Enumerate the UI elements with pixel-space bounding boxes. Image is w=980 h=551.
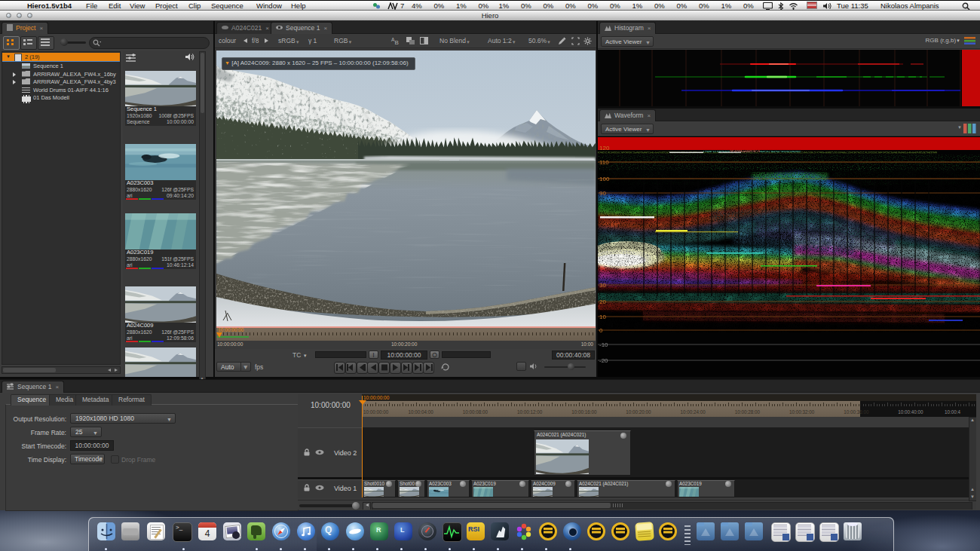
svg-text:100: 100 [599,176,610,182]
svg-text:110: 110 [599,159,609,166]
svg-text:-20: -20 [599,357,608,364]
svg-text:-10: -10 [599,341,608,348]
svg-text:10: 10 [599,314,606,320]
svg-text:30: 30 [599,282,606,289]
svg-text:0: 0 [599,327,603,334]
svg-text:90: 90 [599,190,606,197]
svg-text:20: 20 [599,298,606,305]
svg-text:120: 120 [599,145,610,152]
